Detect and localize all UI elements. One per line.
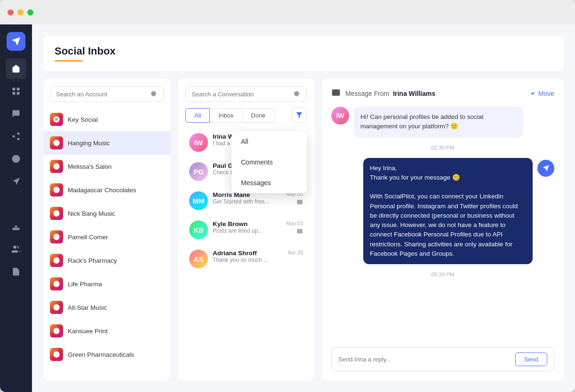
account-icon-key-social [50, 113, 63, 126]
sidebar [0, 24, 32, 392]
filter-dropdown: All Comments Messages [232, 131, 307, 193]
maximize-button[interactable] [27, 9, 33, 16]
msg-from: Message From Irina Williams [345, 90, 435, 97]
incoming-text: Hi! Can personal profiles be added to so… [360, 113, 483, 130]
sidebar-item-network[interactable] [6, 126, 26, 147]
msg-reply-input[interactable] [338, 356, 511, 363]
sidebar-logo[interactable] [7, 32, 25, 51]
tab-inbox[interactable]: Inbox [210, 108, 242, 123]
app-window: Social Inbox Key Social [0, 0, 575, 392]
account-search-input[interactable] [56, 91, 146, 98]
filter-icon-button[interactable] [292, 108, 307, 123]
tab-done[interactable]: Done [242, 108, 274, 123]
conv-avatar-irina: IW [189, 133, 208, 152]
conv-date-adriana: Apr 29 [288, 250, 303, 255]
conv-avatar-adriana: AS [189, 250, 208, 268]
svg-point-25 [53, 257, 59, 263]
svg-point-6 [17, 138, 20, 140]
close-button[interactable] [8, 9, 14, 16]
svg-point-30 [294, 91, 299, 96]
conv-avatar-paul: PG [189, 162, 208, 181]
msg-move-button[interactable]: Move [530, 90, 554, 97]
incoming-time: 02:30 PM [331, 145, 554, 150]
account-item-life-pharma[interactable]: Life Pharma [43, 272, 170, 296]
msg-send-button[interactable]: Send [515, 353, 547, 366]
conv-date-kyle: May 02 [286, 220, 303, 226]
conv-item-kyle[interactable]: KB Kyle Brown Posts are lined up... May … [185, 216, 307, 244]
minimize-button[interactable] [17, 9, 24, 16]
sidebar-item-comments[interactable] [6, 103, 26, 124]
account-item-melissas-salon[interactable]: Melissa's Salon [43, 155, 170, 178]
account-search-bar[interactable] [50, 86, 164, 102]
sidebar-item-analytics[interactable] [6, 194, 26, 214]
sidebar-item-users[interactable] [6, 239, 26, 259]
sidebar-item-document[interactable] [6, 261, 26, 282]
sidebar-item-megaphone[interactable] [6, 171, 26, 192]
svg-point-24 [53, 234, 59, 240]
accounts-panel: Key Social Hanging Music Melissa's Salon [43, 78, 170, 381]
conv-msg-icon-kyle [296, 228, 303, 236]
sidebar-item-target[interactable] [6, 149, 26, 169]
account-item-hanging-music[interactable]: Hanging Music [43, 131, 170, 155]
envelope-icon [331, 88, 341, 99]
account-item-allstar-music[interactable]: All-Star Music [43, 296, 170, 319]
account-item-key-social[interactable]: Key Social [43, 108, 170, 131]
sidebar-item-dashboard[interactable] [6, 81, 26, 102]
account-item-kansuee-print[interactable]: Kansuee Print [43, 319, 170, 343]
account-name: Melissa's Salon [68, 163, 112, 170]
conv-name-adriana: Adriana Shroff [213, 250, 283, 257]
account-name: Madagascar Chocolates [68, 187, 136, 194]
account-name: Green Pharmaceuticals [68, 351, 134, 358]
sidebar-item-download[interactable] [6, 216, 26, 237]
sidebar-item-inbox[interactable] [6, 58, 26, 79]
conv-search-input[interactable] [192, 91, 289, 98]
outgoing-time: 05:39 PM [331, 272, 554, 277]
conv-msg-icon-morris [296, 199, 303, 207]
tab-all[interactable]: All [185, 108, 210, 123]
svg-marker-32 [296, 112, 302, 118]
account-list: Key Social Hanging Music Melissa's Salon [43, 108, 170, 373]
svg-rect-0 [13, 88, 16, 91]
account-item-madagascar[interactable]: Madagascar Chocolates [43, 178, 170, 202]
account-item-racks-pharmacy[interactable]: Rack's Pharmacy [43, 249, 170, 272]
filter-dropdown-comments[interactable]: Comments [232, 152, 307, 172]
msg-from-label: Message From [345, 90, 389, 97]
conversations-panel: All Inbox Done All Comments Messages [178, 78, 314, 381]
account-name: Nick Bang Music [68, 210, 115, 217]
account-item-green-pharma[interactable]: Green Pharmaceuticals [43, 343, 170, 366]
filter-dropdown-messages[interactable]: Messages [232, 172, 307, 193]
account-item-nick-bang[interactable]: Nick Bang Music [43, 202, 170, 225]
conv-preview-kyle: Posts are lined up... [213, 227, 281, 234]
incoming-avatar: IW [331, 107, 349, 125]
account-icon-allstar-music [50, 301, 63, 314]
account-icon-madagascar [50, 183, 63, 196]
svg-line-8 [15, 134, 17, 135]
account-icon-pamell-comer [50, 230, 63, 243]
account-icon-melissas-salon [50, 160, 63, 173]
conv-avatar-kyle: KB [189, 220, 208, 239]
account-icon-green-pharma [50, 348, 63, 361]
filter-dropdown-all[interactable]: All [232, 131, 307, 152]
incoming-message-row: IW Hi! Can personal profiles be added to… [331, 107, 554, 137]
conv-search-icon [293, 90, 301, 98]
conv-item-adriana[interactable]: AS Adriana Shroff Thank you so much ... … [185, 245, 307, 273]
svg-point-16 [13, 246, 16, 249]
svg-line-20 [155, 95, 157, 97]
conv-search-bar[interactable] [185, 86, 307, 102]
svg-point-19 [151, 91, 156, 96]
conv-preview-morris: Get Started with free... [213, 198, 281, 205]
filter-icon [295, 111, 303, 119]
account-icon-kansuee-print [50, 324, 63, 337]
account-name: Kansuee Print [68, 328, 108, 335]
msg-body: IW Hi! Can personal profiles be added to… [331, 107, 554, 342]
account-name: Hanging Music [68, 140, 110, 147]
account-icon-life-pharma [50, 277, 63, 290]
account-item-pamell-comer[interactable]: Pamell Comer [43, 225, 170, 249]
account-name: All-Star Music [68, 304, 107, 311]
svg-point-23 [53, 210, 59, 216]
outgoing-message-row: Hey Irina, Thank you for your message 🙂 … [331, 158, 554, 265]
svg-line-31 [298, 95, 300, 97]
msg-move-label: Move [538, 90, 554, 97]
incoming-bubble: Hi! Can personal profiles be added to so… [354, 107, 523, 137]
account-icon-hanging-music [50, 136, 63, 149]
